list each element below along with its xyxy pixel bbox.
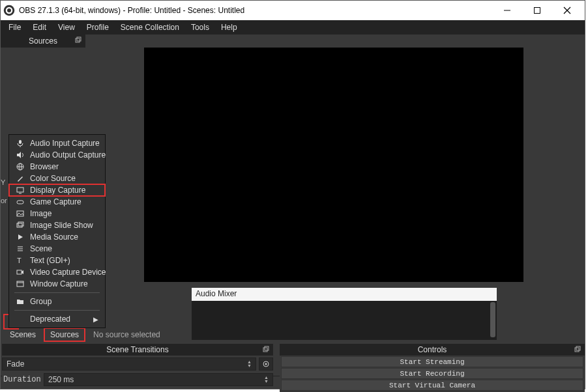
truncated-text: Y or (1, 178, 7, 205)
svg-rect-4 (535, 8, 540, 14)
menubar: File Edit View Profile Scene Collection … (1, 20, 585, 35)
transition-select[interactable]: Fade ▲▼ (2, 357, 256, 371)
close-button[interactable] (552, 1, 582, 20)
svg-rect-26 (17, 270, 22, 274)
gear-icon (262, 360, 270, 368)
popout-icon[interactable] (574, 346, 581, 352)
popout-icon[interactable] (263, 346, 269, 352)
menu-browser[interactable]: Browser (9, 161, 105, 173)
svg-rect-28 (17, 281, 23, 287)
svg-rect-17 (17, 201, 23, 204)
menu-text-gdi[interactable]: T Text (GDI+) (9, 255, 105, 266)
panel-tabs: Scenes Sources No source selected (5, 329, 160, 341)
duration-label: Duration (2, 375, 44, 384)
menu-group[interactable]: Group (9, 296, 105, 307)
svg-point-2 (7, 8, 11, 12)
list-icon (16, 244, 25, 253)
no-source-label: No source selected (93, 330, 160, 339)
menu-window-capture[interactable]: Window Capture (9, 278, 105, 290)
menu-tools[interactable]: Tools (186, 21, 214, 33)
start-virtual-camera-button[interactable]: Start Virtual Camera (281, 380, 583, 391)
svg-rect-19 (17, 223, 22, 227)
app-icon (3, 5, 15, 16)
svg-point-35 (265, 363, 267, 365)
audio-mixer-scrollbar[interactable] (490, 302, 495, 337)
maximize-button[interactable] (522, 1, 552, 20)
app-window: OBS 27.1.3 (64-bit, windows) - Profile: … (0, 0, 585, 389)
mic-icon (16, 139, 25, 148)
menu-scene-collection[interactable]: Scene Collection (115, 21, 184, 33)
svg-rect-33 (265, 346, 269, 350)
sources-panel-header: Sources (1, 35, 85, 48)
tab-scenes[interactable]: Scenes (5, 329, 41, 341)
menu-color-source[interactable]: Color Source (9, 173, 105, 184)
menu-audio-output-capture[interactable]: Audio Output Capture (9, 149, 105, 161)
scene-transitions-title: Scene Transitions (2, 344, 273, 356)
svg-rect-8 (77, 37, 81, 41)
menu-audio-input-capture[interactable]: Audio Input Capture (9, 137, 105, 149)
speaker-icon (16, 150, 25, 160)
tab-sources[interactable]: Sources (45, 329, 84, 341)
audio-mixer-title[interactable]: Audio Mixer (192, 288, 497, 301)
svg-marker-11 (17, 152, 21, 158)
duration-input[interactable]: 250 ms ▲▼ (44, 373, 273, 386)
menu-edit[interactable]: Edit (27, 21, 51, 33)
window-icon (16, 279, 25, 288)
menu-game-capture[interactable]: Game Capture (9, 196, 105, 208)
menu-image[interactable]: Image (9, 208, 105, 219)
text-icon: T (16, 256, 25, 265)
monitor-icon (16, 186, 25, 195)
menu-image-slide-show[interactable]: Image Slide Show (9, 219, 105, 231)
transition-settings-button[interactable] (259, 357, 273, 371)
svg-rect-9 (19, 140, 22, 144)
gamepad-icon (16, 197, 25, 206)
chevron-right-icon: ▶ (93, 316, 98, 323)
play-icon (16, 232, 25, 242)
menu-video-capture-device[interactable]: Video Capture Device (9, 266, 105, 278)
menu-file[interactable]: File (3, 21, 26, 33)
svg-rect-32 (263, 348, 267, 352)
scene-transitions-panel: Scene Transitions Fade ▲▼ Duration 250 m… (2, 344, 273, 387)
spinner-icon[interactable]: ▲▼ (264, 376, 269, 384)
start-recording-button[interactable]: Start Recording (281, 368, 583, 379)
svg-rect-7 (76, 38, 80, 42)
svg-rect-36 (575, 348, 579, 352)
brush-icon (16, 174, 25, 183)
controls-panel: Controls Start Streaming Start Recording… (280, 344, 585, 392)
menu-view[interactable]: View (53, 21, 80, 33)
start-streaming-button[interactable]: Start Streaming (281, 356, 583, 367)
menu-scene[interactable]: Scene (9, 243, 105, 255)
image-icon (16, 209, 25, 218)
spinner-icon[interactable]: ▲▼ (247, 360, 252, 368)
preview-canvas[interactable] (144, 48, 523, 282)
menu-deprecated[interactable]: Deprecated ▶ (9, 313, 105, 325)
sources-panel-title: Sources (29, 36, 57, 46)
titlebar: OBS 27.1.3 (64-bit, windows) - Profile: … (1, 1, 585, 20)
svg-rect-37 (576, 346, 580, 350)
svg-rect-20 (18, 222, 23, 226)
audio-mixer-panel: Audio Mixer (192, 288, 497, 340)
svg-rect-15 (17, 188, 23, 192)
controls-title: Controls (280, 344, 585, 356)
folder-icon (16, 297, 25, 306)
svg-text:T: T (17, 257, 22, 264)
add-source-menu: Audio Input Capture Audio Output Capture… (8, 134, 106, 328)
minimize-button[interactable] (492, 1, 522, 20)
window-title: OBS 27.1.3 (64-bit, windows) - Profile: … (19, 6, 492, 15)
menu-help[interactable]: Help (216, 21, 243, 33)
main-area: Y or Audio Input Capture Audio Output Ca… (1, 48, 585, 376)
menu-profile[interactable]: Profile (81, 21, 114, 33)
camera-icon (16, 268, 25, 277)
globe-icon (16, 162, 25, 171)
popout-icon[interactable] (75, 36, 81, 43)
menu-media-source[interactable]: Media Source (9, 231, 105, 243)
slideshow-icon (16, 221, 25, 230)
svg-marker-21 (18, 234, 23, 240)
menu-display-capture[interactable]: Display Capture (9, 184, 105, 196)
